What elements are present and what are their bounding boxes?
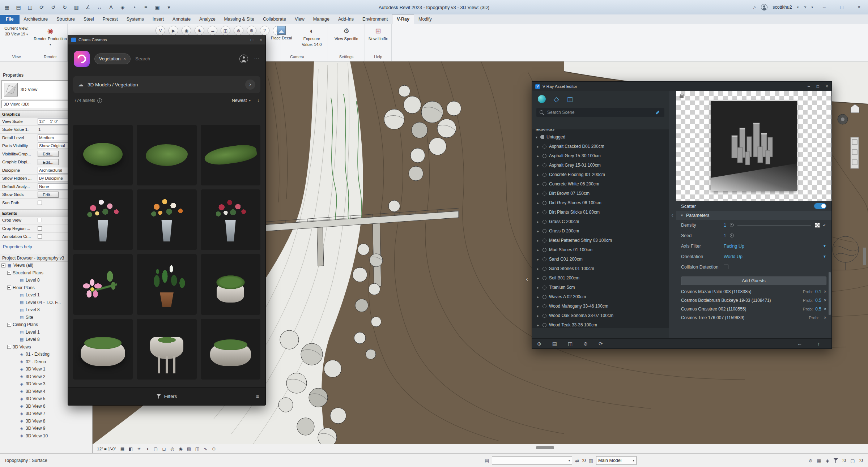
place-decal-button[interactable]: Place Decal [267,24,296,53]
expand-arrow-icon[interactable]: ▸ [537,304,540,308]
expand-arrow-icon[interactable]: ▸ [537,220,540,224]
material-row[interactable]: ▸ Wood Oak Sonoma 33-07 100cm [532,311,669,320]
current-view-dropdown[interactable]: Current View: 3D View 19 ▾ [0,24,33,53]
selection-box-icon[interactable]: ▢ [850,458,855,463]
horizontal-scrollbar-thumb[interactable] [536,446,554,449]
qat-icon[interactable]: A [107,3,115,11]
guest-row[interactable]: Cosmos Tree 176 007 (1159639) Prob: × [676,313,831,322]
orientation-value[interactable]: World Up [724,254,743,259]
chip-close-icon[interactable]: × [123,56,126,61]
sort-dropdown[interactable]: Newest▾ [232,98,251,103]
ribbon-tab[interactable]: Massing & Site [220,15,259,24]
property-value[interactable]: 1 [38,127,41,132]
dropdown-chevron-icon[interactable]: ▼ [823,244,826,248]
qat-icon[interactable]: ≡ [142,3,150,11]
ribbon-tab[interactable]: Analyze [195,15,220,24]
ribbon-tab[interactable]: Add-Ins [334,15,358,24]
view-control-icon[interactable]: ∿ [202,445,209,452]
select-links-icon[interactable]: ⊘ [809,458,813,463]
design-option-dropdown[interactable]: Main Model▾ [596,456,637,465]
expand-arrow-icon[interactable]: ▸ [537,163,540,167]
expand-arrow-icon[interactable]: ▸ [537,229,540,233]
filters-button[interactable]: Filters ≡ [68,387,265,405]
material-row[interactable]: ▸ Titanium 5cm [532,283,669,292]
seed-value[interactable]: 1 [724,233,726,238]
expand-arrow-icon[interactable]: ▸ [537,154,540,158]
vray-minimize-button[interactable]: – [808,84,810,89]
property-value[interactable]: Edit... [38,151,59,157]
tree-item[interactable]: ◈ 3D View 8 [0,417,92,425]
prob-value[interactable]: 0.1 [815,289,821,294]
panel-collapse-arrow[interactable]: ‹ [524,273,530,284]
qat-icon[interactable]: ◔ [130,3,138,11]
vray-maximize-button[interactable]: □ [817,84,819,89]
dial-icon[interactable] [730,223,734,227]
asset-tile[interactable] [137,254,196,315]
property-value[interactable] [38,201,42,205]
tree-expander-icon[interactable] [1,264,5,267]
more-menu-icon[interactable]: ⋯ [254,56,260,62]
view-control-icon[interactable]: ◧ [127,445,134,452]
ribbon-tab[interactable]: Insert [148,15,168,24]
material-row[interactable]: ▸ Wood Mahogany 33-46 100cm [532,301,669,311]
property-value[interactable]: Edit... [38,192,59,198]
minimize-button[interactable]: – [818,4,830,10]
material-row[interactable]: ▸ Sand Stones 01 100cm [532,264,669,273]
view-control-icon[interactable]: ◫ [194,445,201,452]
expand-arrow-icon[interactable]: ▸ [537,192,540,196]
active-workset-dropdown[interactable]: ▾ [492,456,572,465]
cosmos-breadcrumb[interactable]: ☁ 3D Models / Vegetation › [73,76,260,93]
view-control-icon[interactable]: ▦ [119,445,126,452]
qat-icon[interactable]: ↔ [95,3,103,11]
qat-icon[interactable]: ◫ [26,3,34,11]
geometries-tab-icon[interactable]: ◇ [554,95,559,103]
expand-arrow-icon[interactable]: ▸ [537,276,540,280]
editing-requests-icon[interactable]: ⇄ [575,458,579,463]
tree-expander-icon[interactable] [7,271,11,275]
material-row[interactable]: ▸ Soil B01 200cm [532,273,669,283]
vray-tool-icon[interactable]: ☁ [208,26,217,35]
add-guests-button[interactable]: Add Guests [681,277,826,285]
view-specific-settings-button[interactable]: ⚙ View Specific [328,24,365,53]
expand-arrow-icon[interactable]: ▸ [537,323,540,327]
purge-icon[interactable]: ⟳ [599,341,603,347]
expand-arrow-icon[interactable]: ▸ [537,257,540,261]
view-control-icon[interactable]: ▧ [186,445,192,452]
material-row[interactable]: ▸ Grass D 200cm [532,226,669,236]
asset-tile[interactable] [201,254,260,315]
vray-tool-icon[interactable]: ◫ [221,26,230,35]
properties-help-link[interactable]: Properties help [3,244,32,249]
expand-arrow-icon[interactable]: ▸ [537,201,540,205]
ribbon-tab[interactable]: Collaborate [259,15,290,24]
exposure-value-button[interactable]: ◐ Exposure Value: 14.0 [296,24,327,53]
breadcrumb-next-icon[interactable]: › [245,80,255,90]
ribbon-tab[interactable]: Architecture [20,15,52,24]
username[interactable]: scottkhu2 [773,5,792,10]
qat-icon[interactable]: ∠ [84,3,92,11]
prob-value[interactable]: 0.5 [815,298,821,303]
material-row[interactable]: ▸ Waves A 02 200cm [532,292,669,301]
list-view-icon[interactable]: ≡ [256,394,259,399]
cosmos-logo-icon[interactable] [74,51,90,67]
ribbon-tab[interactable]: File [0,15,20,24]
guest-row[interactable]: Cosmos Mazari Palm 003 (1108385) Prob: 0… [676,287,831,296]
material-row[interactable]: ▸ Wood Teak 33-35 100cm [532,320,669,328]
tree-item[interactable]: ◈ 3D View 7 [0,410,92,417]
open-folder-icon[interactable]: ▤ [552,341,557,347]
view-control-icon[interactable]: ◉ [177,445,184,452]
guest-row[interactable]: Cosmos Grasstree 002 (1108555) Prob: 0.5… [676,305,831,313]
back-arrow-icon[interactable]: ← [797,341,802,347]
account-chevron-icon[interactable]: ▾ [797,5,799,9]
expand-arrow-icon[interactable]: ▸ [537,210,540,214]
select-underlay-icon[interactable]: ▦ [817,458,821,463]
scale-button[interactable]: 12" = 1'-0" [95,447,118,451]
vray-tool-icon[interactable]: ▶ [169,26,178,35]
ribbon-tab[interactable]: Structure [52,15,79,24]
ribbon-tab[interactable]: Manage [309,15,334,24]
textures-tab-icon[interactable]: ◫ [567,95,573,103]
material-row[interactable]: ▸ Asphalt Grey 15-30 100cm [532,151,669,160]
collision-checkbox[interactable] [724,265,728,269]
qat-icon[interactable]: ↻ [61,3,69,11]
material-row[interactable]: ▸ Concrete White 06 200cm [532,179,669,189]
info-icon[interactable]: i [97,98,102,103]
